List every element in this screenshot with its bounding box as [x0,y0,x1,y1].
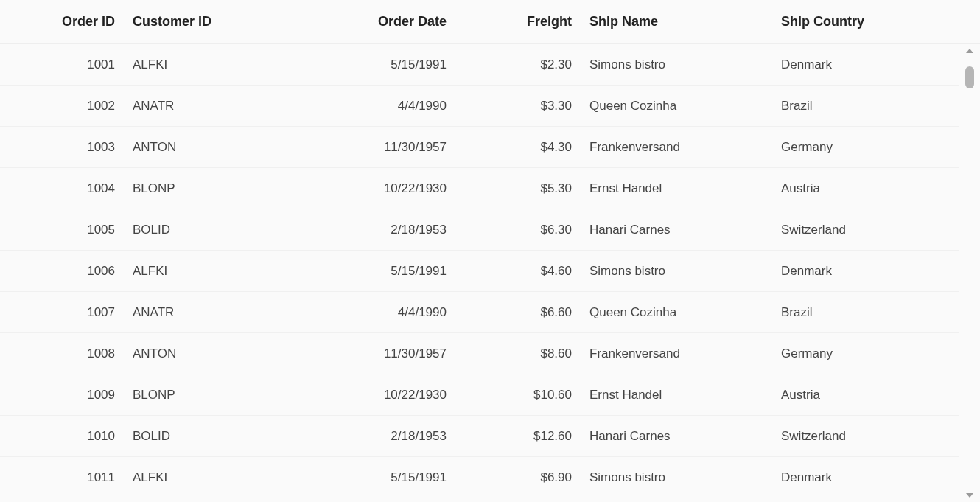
cell-customer-id: BOLID [133,223,280,237]
cell-freight: $8.60 [464,346,589,361]
cell-freight: $10.60 [464,388,589,402]
cell-customer-id: ANTON [133,140,280,155]
cell-freight: $2.30 [464,57,589,72]
cell-order-date: 2/18/1953 [280,429,464,444]
table-row[interactable]: 1007ANATR4/4/1990$6.60Queen CozinhaBrazi… [0,292,959,333]
table-row[interactable]: 1010BOLID2/18/1953$12.60Hanari CarnesSwi… [0,416,959,457]
data-grid: Order ID Customer ID Order Date Freight … [0,0,980,502]
grid-body: 1001ALFKI5/15/1991$2.30Simons bistroDenm… [0,44,959,502]
table-row[interactable]: 1006ALFKI5/15/1991$4.60Simons bistroDenm… [0,251,959,292]
cell-freight: $3.30 [464,99,589,114]
cell-order-id: 1010 [0,429,133,444]
cell-ship-name: Hanari Carnes [589,429,781,444]
grid-header-row: Order ID Customer ID Order Date Freight … [0,0,980,44]
cell-ship-country: Austria [781,388,958,402]
cell-ship-country: Denmark [781,57,958,72]
cell-ship-country: Denmark [781,470,958,485]
scroll-down-button[interactable] [959,489,980,502]
cell-order-id: 1002 [0,99,133,114]
cell-customer-id: BLONP [133,388,280,402]
column-header-ship-name[interactable]: Ship Name [589,14,781,29]
cell-order-date: 5/15/1991 [280,264,464,279]
table-row[interactable]: 1005BOLID2/18/1953$6.30Hanari CarnesSwit… [0,209,959,251]
cell-freight: $6.60 [464,305,589,320]
cell-customer-id: ANATR [133,305,280,320]
table-row[interactable]: 1002ANATR4/4/1990$3.30Queen CozinhaBrazi… [0,86,959,127]
cell-ship-country: Austria [781,181,958,196]
cell-order-id: 1011 [0,470,133,485]
table-row[interactable]: 1009BLONP10/22/1930$10.60Ernst HandelAus… [0,374,959,416]
column-header-freight[interactable]: Freight [464,14,589,29]
cell-order-date: 11/30/1957 [280,140,464,155]
cell-freight: $5.30 [464,181,589,196]
cell-ship-name: Simons bistro [589,470,781,485]
cell-ship-country: Germany [781,140,958,155]
cell-customer-id: ALFKI [133,264,280,279]
cell-ship-name: Frankenversand [589,346,781,361]
column-header-order-id[interactable]: Order ID [0,14,133,29]
cell-order-id: 1007 [0,305,133,320]
cell-ship-name: Queen Cozinha [589,99,781,114]
cell-ship-name: Queen Cozinha [589,305,781,320]
cell-order-date: 11/30/1957 [280,346,464,361]
cell-order-date: 5/15/1991 [280,470,464,485]
cell-order-id: 1008 [0,346,133,361]
column-header-order-date[interactable]: Order Date [280,14,464,29]
cell-customer-id: ALFKI [133,57,280,72]
table-row[interactable]: 1001ALFKI5/15/1991$2.30Simons bistroDenm… [0,44,959,86]
cell-customer-id: BLONP [133,181,280,196]
cell-order-date: 10/22/1930 [280,388,464,402]
cell-freight: $12.60 [464,429,589,444]
table-row[interactable]: 1011ALFKI5/15/1991$6.90Simons bistroDenm… [0,457,959,498]
cell-ship-name: Simons bistro [589,57,781,72]
table-row[interactable]: 1008ANTON11/30/1957$8.60FrankenversandGe… [0,333,959,374]
cell-ship-name: Ernst Handel [589,388,781,402]
cell-customer-id: BOLID [133,429,280,444]
cell-ship-country: Switzerland [781,223,958,237]
cell-ship-country: Switzerland [781,429,958,444]
column-header-ship-country[interactable]: Ship Country [781,14,958,29]
cell-ship-name: Hanari Carnes [589,223,781,237]
scrollbar-thumb[interactable] [965,66,974,88]
cell-customer-id: ANATR [133,99,280,114]
cell-order-date: 4/4/1990 [280,305,464,320]
cell-order-id: 1003 [0,140,133,155]
cell-customer-id: ALFKI [133,470,280,485]
cell-freight: $6.30 [464,223,589,237]
chevron-down-icon [966,493,973,498]
cell-order-id: 1005 [0,223,133,237]
table-row[interactable]: 1004BLONP10/22/1930$5.30Ernst HandelAust… [0,168,959,209]
cell-order-id: 1006 [0,264,133,279]
cell-customer-id: ANTON [133,346,280,361]
cell-ship-country: Germany [781,346,958,361]
cell-ship-name: Simons bistro [589,264,781,279]
cell-ship-country: Brazil [781,99,958,114]
vertical-scrollbar[interactable] [959,44,980,502]
table-row[interactable]: 1003ANTON11/30/1957$4.30FrankenversandGe… [0,127,959,168]
cell-order-id: 1001 [0,57,133,72]
cell-order-date: 4/4/1990 [280,99,464,114]
column-header-customer-id[interactable]: Customer ID [133,14,280,29]
scroll-up-button[interactable] [959,44,980,57]
chevron-up-icon [966,49,973,53]
cell-order-date: 10/22/1930 [280,181,464,196]
cell-freight: $4.30 [464,140,589,155]
cell-ship-name: Frankenversand [589,140,781,155]
cell-freight: $6.90 [464,470,589,485]
cell-ship-country: Denmark [781,264,958,279]
cell-ship-country: Brazil [781,305,958,320]
cell-ship-name: Ernst Handel [589,181,781,196]
cell-order-id: 1004 [0,181,133,196]
cell-order-id: 1009 [0,388,133,402]
cell-order-date: 2/18/1953 [280,223,464,237]
cell-freight: $4.60 [464,264,589,279]
cell-order-date: 5/15/1991 [280,57,464,72]
